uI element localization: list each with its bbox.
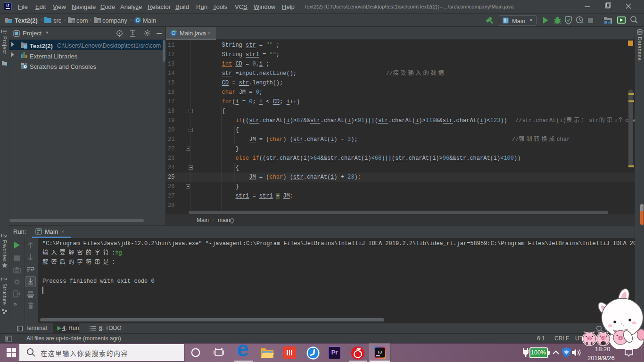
svg-text:IJ: IJ [378, 349, 382, 354]
